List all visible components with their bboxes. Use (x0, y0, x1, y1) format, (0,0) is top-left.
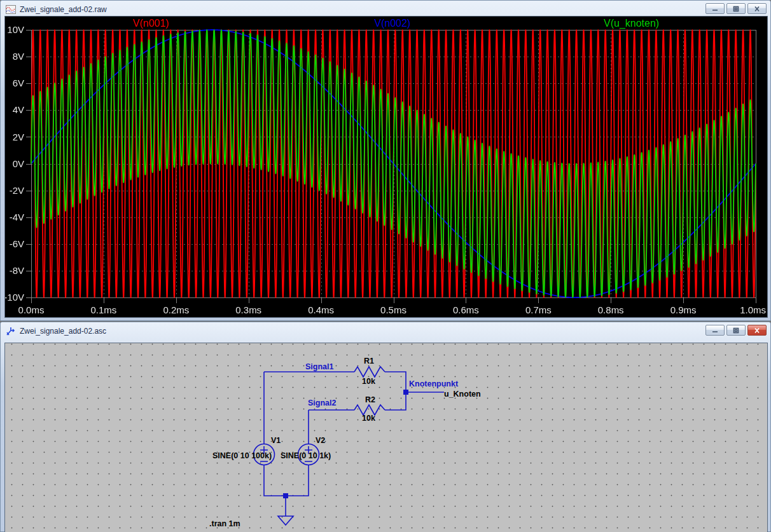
close-icon (753, 327, 761, 334)
desktop: { "windows": { "plot": { "title": "Zwei_… (0, 0, 771, 532)
schematic-drawing: R1 10k R2 10k V1 SINE(0 10 100k) V2 (5, 343, 767, 532)
minimize-icon (711, 327, 719, 334)
schematic-window-controls (705, 325, 767, 336)
restore-button[interactable] (726, 3, 746, 14)
schematic-window-titlebar[interactable]: Zwei_signale_add-02.asc (3, 324, 768, 338)
schematic-canvas[interactable]: R1 10k R2 10k V1 SINE(0 10 100k) V2 (4, 343, 768, 532)
resistor-r2-designator[interactable]: R2 (365, 395, 375, 404)
junction-node-knotenpunkt[interactable] (403, 390, 408, 395)
voltage-source-v2-designator[interactable]: V2 (316, 436, 325, 445)
minimize-button[interactable] (705, 3, 725, 14)
restore-icon (732, 6, 740, 12)
close-button[interactable] (747, 3, 767, 14)
schematic-window: Zwei_signale_add-02.asc (0, 322, 771, 532)
restore-button[interactable] (726, 325, 746, 336)
net-label-knotenpunkt[interactable]: Knotenpunkt (409, 379, 459, 388)
waveform-plot-area: V(n001) V(n002) V(u_knoten) (4, 16, 768, 318)
voltage-source-v2[interactable]: V2 SINE(0 10 1k) (281, 436, 331, 465)
resistor-r1-designator[interactable]: R1 (364, 357, 374, 365)
voltage-source-v1[interactable]: V1 SINE(0 10 100k) (212, 436, 281, 465)
minimize-icon (711, 6, 719, 12)
spice-directive-tran[interactable]: .tran 1m (209, 519, 240, 528)
net-label-signal2[interactable]: Signal2 (308, 399, 337, 407)
resistor-r1[interactable]: R1 10k (354, 357, 385, 386)
junction-node-ground[interactable] (283, 493, 288, 498)
legend-trace-vn002[interactable]: V(n002) (374, 18, 410, 29)
waveform-window: Zwei_signale_add-02.raw V(n001) V(n002) … (0, 0, 771, 321)
waveform-icon[interactable] (6, 4, 16, 15)
voltage-source-v1-value[interactable]: SINE(0 10 100k) (212, 451, 272, 460)
legend-trace-vuknoten[interactable]: V(u_knoten) (604, 18, 659, 29)
schematic-window-title: Zwei_signale_add-02.asc (20, 327, 106, 336)
wires[interactable] (264, 372, 444, 516)
voltage-source-v1-designator[interactable]: V1 (271, 436, 281, 445)
waveform-window-title: Zwei_signale_add-02.raw (20, 5, 107, 14)
minimize-button[interactable] (705, 325, 725, 336)
resistor-r2[interactable]: R2 10k (354, 395, 385, 423)
schematic-icon[interactable] (6, 326, 16, 336)
net-label-signal1[interactable]: Signal1 (305, 362, 334, 371)
voltage-source-v2-value[interactable]: SINE(0 10 1k) (281, 451, 331, 460)
waveform-window-titlebar[interactable]: Zwei_signale_add-02.raw (3, 3, 768, 16)
resistor-r1-value[interactable]: 10k (362, 377, 375, 386)
resistor-r2-value[interactable]: 10k (362, 414, 375, 423)
legend-trace-vn001[interactable]: V(n001) (133, 18, 169, 29)
waveform-window-controls (705, 3, 767, 14)
close-button[interactable] (747, 325, 767, 336)
close-icon (753, 6, 761, 12)
ground-symbol[interactable] (278, 516, 293, 525)
waveform-plot-canvas[interactable] (5, 17, 767, 317)
net-label-u-knoten[interactable]: u_Knoten (444, 390, 481, 399)
restore-icon (732, 327, 740, 334)
